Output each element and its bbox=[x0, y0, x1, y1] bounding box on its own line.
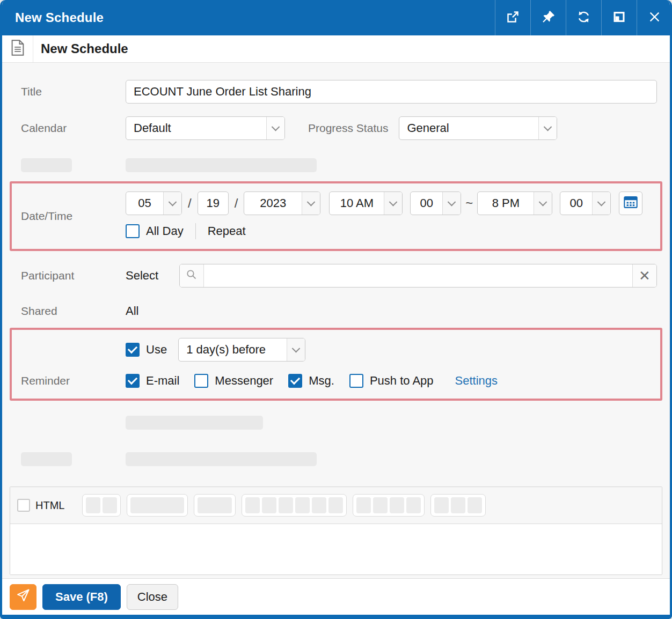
toolbar-group bbox=[430, 494, 486, 517]
toolbar-button-placeholder[interactable] bbox=[103, 497, 117, 513]
start-hour-select[interactable]: 10 AM bbox=[329, 191, 403, 215]
pin-button[interactable] bbox=[530, 0, 566, 35]
title-input[interactable] bbox=[126, 80, 657, 104]
participant-input[interactable] bbox=[204, 264, 632, 287]
use-label: Use bbox=[146, 343, 167, 357]
end-hour-select[interactable]: 8 PM bbox=[477, 191, 552, 215]
page-title: New Schedule bbox=[33, 35, 128, 62]
progress-status-select-value: General bbox=[399, 117, 538, 139]
html-editor: HTML bbox=[10, 487, 662, 575]
messenger-option: Messenger bbox=[194, 374, 273, 388]
repeat-button[interactable]: Repeat bbox=[208, 224, 246, 238]
all-day-checkbox[interactable] bbox=[126, 224, 140, 238]
titlebar: New Schedule bbox=[0, 0, 672, 35]
toolbar-button-placeholder[interactable] bbox=[328, 497, 343, 513]
placeholder-row-2 bbox=[10, 416, 662, 430]
toolbar-button-placeholder[interactable] bbox=[245, 497, 260, 513]
pin-icon bbox=[541, 10, 556, 26]
chevron-down-icon bbox=[592, 192, 610, 215]
footer: Save (F8) Close bbox=[2, 578, 670, 615]
use-checkbox[interactable] bbox=[126, 343, 140, 357]
email-checkbox[interactable] bbox=[126, 374, 140, 388]
toolbar-button-placeholder[interactable] bbox=[373, 497, 388, 513]
title-row: Title bbox=[10, 80, 662, 104]
toolbar-button-placeholder[interactable] bbox=[406, 497, 421, 513]
clear-icon: ✕ bbox=[639, 268, 651, 284]
placeholder-row-1 bbox=[10, 158, 662, 172]
open-in-new-window-icon bbox=[506, 10, 520, 26]
calendar-row: Calendar Default Progress Status General bbox=[10, 116, 662, 140]
reminder-label: Reminder bbox=[12, 330, 126, 399]
toolbar-button-placeholder[interactable] bbox=[130, 497, 184, 513]
all-day-label: All Day bbox=[146, 224, 184, 238]
close-button[interactable] bbox=[637, 0, 672, 35]
open-in-new-window-button[interactable] bbox=[495, 0, 530, 35]
end-minute-value: 00 bbox=[560, 192, 592, 215]
messenger-checkbox[interactable] bbox=[194, 374, 208, 388]
start-minute-select[interactable]: 00 bbox=[410, 191, 461, 215]
date-separator: / bbox=[182, 196, 198, 211]
calendar-picker-button[interactable] bbox=[619, 191, 642, 215]
month-value: 05 bbox=[126, 192, 163, 215]
toolbar-button-placeholder[interactable] bbox=[434, 497, 449, 513]
start-minute-value: 00 bbox=[411, 192, 442, 215]
participant-select-label: Select bbox=[126, 269, 179, 283]
progress-status-select[interactable]: General bbox=[399, 116, 557, 140]
placeholder-pill bbox=[21, 158, 72, 172]
datetime-controls: 05 / / 2023 10 AM bbox=[126, 191, 660, 215]
month-select[interactable]: 05 bbox=[126, 191, 182, 215]
document-icon-cell[interactable] bbox=[2, 35, 33, 62]
toolbar-button-placeholder[interactable] bbox=[468, 497, 482, 513]
calendar-label: Calendar bbox=[10, 122, 126, 135]
maximize-icon bbox=[612, 10, 626, 26]
toolbar-button-placeholder[interactable] bbox=[312, 497, 326, 513]
reminder-use-row: Use 1 day(s) before bbox=[126, 338, 660, 362]
placeholder-row-3 bbox=[10, 452, 662, 466]
toolbar-button-placeholder[interactable] bbox=[279, 497, 293, 513]
push-to-app-checkbox[interactable] bbox=[349, 374, 363, 388]
send-button[interactable] bbox=[10, 584, 36, 610]
participant-search-field: ✕ bbox=[179, 264, 657, 288]
datetime-section: Date/Time 05 / / 2023 10 bbox=[10, 181, 662, 251]
chevron-down-icon bbox=[163, 192, 181, 215]
calendar-select-value: Default bbox=[126, 117, 266, 139]
year-value: 2023 bbox=[244, 192, 302, 215]
toolbar-group bbox=[82, 494, 121, 517]
refresh-button[interactable] bbox=[566, 0, 601, 35]
placeholder-pill bbox=[21, 452, 72, 466]
toolbar-button-placeholder[interactable] bbox=[390, 497, 404, 513]
progress-status-label: Progress Status bbox=[308, 122, 399, 135]
end-minute-select[interactable]: 00 bbox=[560, 191, 611, 215]
search-button[interactable] bbox=[180, 264, 204, 287]
toolbar-button-placeholder[interactable] bbox=[295, 497, 310, 513]
toolbar-button-placeholder[interactable] bbox=[86, 497, 100, 513]
participant-row: Participant Select ✕ bbox=[10, 264, 662, 288]
document-icon bbox=[11, 40, 25, 58]
html-mode-checkbox[interactable] bbox=[17, 499, 30, 512]
calendar-select[interactable]: Default bbox=[126, 116, 285, 140]
reminder-timing-select[interactable]: 1 day(s) before bbox=[178, 338, 305, 362]
reminder-settings-link[interactable]: Settings bbox=[455, 374, 498, 388]
chevron-down-icon bbox=[534, 192, 552, 215]
html-mode-label: HTML bbox=[35, 499, 64, 512]
placeholder-pill bbox=[126, 452, 317, 466]
toolbar-group bbox=[127, 494, 188, 517]
msg-option: Msg. bbox=[288, 374, 334, 388]
day-input[interactable] bbox=[198, 191, 229, 215]
toolbar-button-placeholder[interactable] bbox=[198, 497, 232, 513]
clear-participant-button[interactable]: ✕ bbox=[632, 264, 656, 287]
toolbar-button-placeholder[interactable] bbox=[262, 497, 276, 513]
html-editor-content[interactable] bbox=[10, 524, 662, 574]
toolbar-button-placeholder[interactable] bbox=[356, 497, 371, 513]
messenger-label: Messenger bbox=[215, 374, 273, 388]
html-editor-toolbar: HTML bbox=[10, 487, 662, 524]
toolbar-button-placeholder[interactable] bbox=[451, 497, 465, 513]
year-select[interactable]: 2023 bbox=[244, 191, 320, 215]
refresh-icon bbox=[576, 10, 591, 26]
chevron-down-icon bbox=[287, 338, 305, 361]
msg-checkbox[interactable] bbox=[288, 374, 302, 388]
window-title: New Schedule bbox=[0, 0, 495, 35]
close-dialog-button[interactable]: Close bbox=[127, 584, 178, 610]
maximize-button[interactable] bbox=[601, 0, 637, 35]
save-button[interactable]: Save (F8) bbox=[42, 584, 121, 610]
